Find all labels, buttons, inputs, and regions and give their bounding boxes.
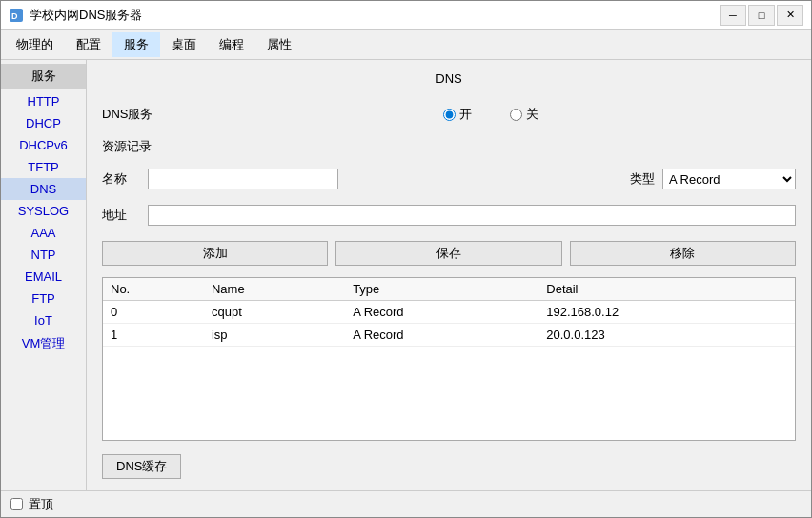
menu-item-config[interactable]: 配置 [65,32,112,57]
title-bar: D 学校内网DNS服务器 ─ □ ✕ [1,1,811,30]
sidebar-item-iot[interactable]: IoT [1,309,86,331]
menu-bar: 物理的 配置 服务 桌面 编程 属性 [1,30,811,60]
topmost-label: 置顶 [29,496,53,513]
app-icon: D [9,8,24,23]
name-type-row: 名称 类型 A Record AAAA Record CNAME MX NS P… [102,169,796,189]
save-button[interactable]: 保存 [335,241,561,266]
name-input[interactable] [148,169,338,189]
radio-on-option[interactable]: 开 [443,106,472,123]
sidebar-header: 服务 [1,64,86,89]
address-row: 地址 [102,205,796,226]
address-input[interactable] [148,205,796,226]
col-no: No. [103,278,204,301]
maximize-button[interactable]: □ [748,5,775,26]
resource-record-label: 资源记录 [102,138,796,155]
type-select[interactable]: A Record AAAA Record CNAME MX NS PTR SOA [662,169,796,189]
dns-table-body: 0cquptA Record192.168.0.121ispA Record20… [103,301,795,347]
sidebar-item-ftp[interactable]: FTP [1,288,86,309]
content-panel: DNS DNS服务 开 关 资源记录 名称 [87,60,811,490]
sidebar: 服务 HTTP DHCP DHCPv6 TFTP DNS SYSLOG AAA … [1,60,87,490]
sidebar-item-http[interactable]: HTTP [1,90,86,112]
sidebar-scroll: HTTP DHCP DHCPv6 TFTP DNS SYSLOG AAA NTP… [1,90,86,487]
dns-service-row: DNS服务 开 关 [102,106,796,123]
col-name: Name [204,278,345,301]
sidebar-item-vm[interactable]: VM管理 [1,331,86,356]
sidebar-item-tftp[interactable]: TFTP [1,156,86,178]
topmost-checkbox[interactable] [10,498,23,510]
cell-type: A Record [345,324,538,347]
main-content: 服务 HTTP DHCP DHCPv6 TFTP DNS SYSLOG AAA … [1,60,811,490]
menu-item-service[interactable]: 服务 [112,32,160,57]
sidebar-item-ntp[interactable]: NTP [1,244,86,266]
table-header-row: No. Name Type Detail [103,278,795,301]
panel-title: DNS [102,71,796,90]
sidebar-item-dhcp[interactable]: DHCP [1,112,86,134]
dns-service-label: DNS服务 [102,106,178,123]
menu-item-desktop[interactable]: 桌面 [160,32,208,57]
dns-table: No. Name Type Detail 0cquptA Record192.1… [103,278,795,347]
cell-no: 0 [103,301,204,324]
sidebar-item-email[interactable]: EMAIL [1,266,86,288]
sidebar-item-dns[interactable]: DNS [1,178,86,200]
radio-group: 开 关 [186,106,796,123]
menu-item-properties[interactable]: 属性 [255,32,303,57]
radio-off-label: 关 [526,106,538,123]
action-button-row: 添加 保存 移除 [102,241,796,266]
table-row[interactable]: 1ispA Record20.0.0.123 [103,324,795,347]
cell-detail: 20.0.0.123 [538,324,795,347]
cell-type: A Record [345,301,538,324]
dns-cache-button[interactable]: DNS缓存 [102,454,181,479]
menu-item-physical[interactable]: 物理的 [5,32,65,57]
name-label: 名称 [102,170,140,188]
radio-on-input[interactable] [443,109,456,121]
close-button[interactable]: ✕ [777,5,803,26]
sidebar-item-syslog[interactable]: SYSLOG [1,200,86,222]
title-bar-left: D 学校内网DNS服务器 [9,7,142,24]
svg-text:D: D [11,11,18,21]
address-label: 地址 [102,207,140,224]
main-window: D 学校内网DNS服务器 ─ □ ✕ 物理的 配置 服务 桌面 编程 属性 服务… [0,0,812,518]
cell-name: isp [204,324,345,347]
table-row[interactable]: 0cquptA Record192.168.0.12 [103,301,795,324]
radio-off-option[interactable]: 关 [510,106,538,123]
radio-off-input[interactable] [510,109,522,121]
remove-button[interactable]: 移除 [570,241,796,266]
cell-name: cqupt [204,301,345,324]
radio-on-label: 开 [459,106,472,123]
window-title: 学校内网DNS服务器 [30,7,142,24]
sidebar-item-aaa[interactable]: AAA [1,222,86,244]
menu-item-programming[interactable]: 编程 [208,32,255,57]
footer-bar: 置顶 [1,490,811,517]
col-detail: Detail [538,278,795,301]
cell-no: 1 [103,324,204,347]
type-label: 类型 [630,170,655,188]
col-type: Type [345,278,538,301]
sidebar-item-dhcpv6[interactable]: DHCPv6 [1,134,86,156]
minimize-button[interactable]: ─ [720,5,746,26]
add-button[interactable]: 添加 [102,241,328,266]
window-controls: ─ □ ✕ [720,5,803,26]
cell-detail: 192.168.0.12 [538,301,795,324]
dns-table-container: No. Name Type Detail 0cquptA Record192.1… [102,277,796,441]
dns-cache-row: DNS缓存 [102,454,796,479]
